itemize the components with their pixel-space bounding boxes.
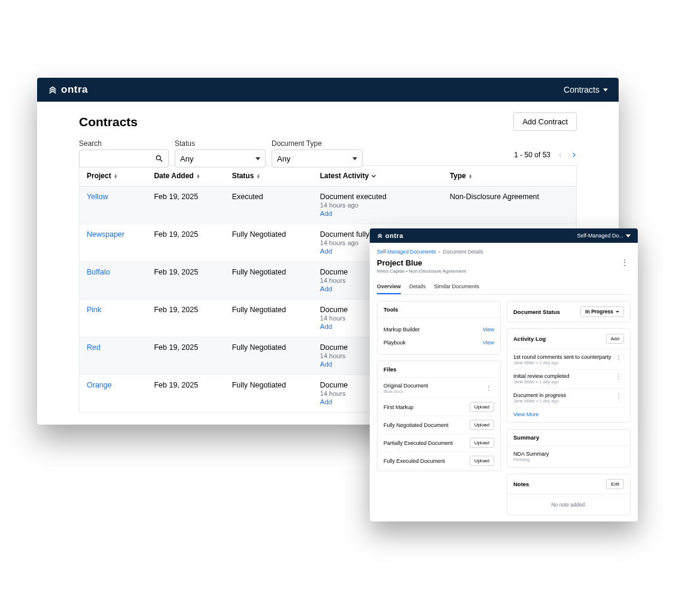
nav-label: Contracts: [564, 85, 599, 94]
tool-label: Playbook: [384, 340, 406, 346]
col-left: Tools Markup BuilderViewPlaybookView Fil…: [377, 301, 501, 515]
logo-icon: [377, 233, 383, 239]
log-sub: Jane Miller • 1 day ago: [513, 398, 566, 404]
detail-header: Project Blue Wred Capital • Non-Disclosu…: [377, 258, 631, 274]
doc-status-select[interactable]: In Progress: [580, 306, 624, 317]
add-contract-button[interactable]: Add Contract: [513, 112, 577, 131]
topbar: ontra Contracts: [37, 78, 619, 102]
nav-self-managed[interactable]: Self-Managed Do...: [577, 233, 631, 239]
sort-icon: ▲▼: [114, 174, 118, 179]
project-link[interactable]: Yellow: [87, 193, 108, 201]
upload-button[interactable]: Upload: [470, 438, 494, 448]
add-activity-link[interactable]: Add: [320, 398, 332, 405]
svg-line-1: [160, 160, 163, 162]
tab-details[interactable]: Details: [409, 280, 426, 294]
file-label: Partially Executed Document: [384, 440, 453, 446]
log-item: Initial review completedJane Miller • 1 …: [513, 370, 624, 389]
col-status[interactable]: Status▲▼: [225, 166, 313, 187]
file-label: Fully Executed Document: [384, 458, 445, 464]
date-cell: Feb 19, 2025: [147, 187, 224, 224]
view-more-link[interactable]: View More: [513, 408, 624, 421]
file-sub: Blue.docx: [384, 389, 428, 394]
nav-contracts[interactable]: Contracts: [564, 85, 608, 94]
project-link[interactable]: Red: [87, 343, 101, 352]
summary-sub: Pending: [513, 457, 624, 462]
search-label: Search: [79, 139, 169, 148]
file-label: Fully Negotiated Document: [384, 422, 449, 428]
sort-icon: ▲▼: [196, 174, 200, 179]
log-kebab[interactable]: ⋮: [613, 354, 624, 361]
prev-page-button[interactable]: [558, 152, 564, 158]
type-cell: Non-Disclosure Agreement: [443, 187, 577, 224]
upload-button[interactable]: Upload: [470, 420, 494, 430]
project-link[interactable]: Pink: [87, 306, 101, 314]
add-activity-link[interactable]: Add: [320, 323, 332, 330]
doctype-select[interactable]: Any: [272, 150, 363, 167]
add-activity-link[interactable]: Add: [320, 248, 332, 255]
status-select[interactable]: Any: [175, 150, 266, 167]
status-cell: Fully Negotiated: [225, 224, 313, 262]
chevron-down-icon: [603, 89, 608, 91]
project-link[interactable]: Orange: [87, 381, 112, 389]
detail-topbar: ontra Self-Managed Do...: [370, 228, 638, 243]
tool-view-link[interactable]: View: [483, 327, 494, 332]
kebab-menu[interactable]: ⋮: [619, 258, 631, 267]
file-row: Original DocumentBlue.docx⋮: [384, 379, 494, 398]
log-kebab[interactable]: ⋮: [613, 373, 624, 380]
search-input[interactable]: [79, 150, 169, 167]
upload-button[interactable]: Upload: [470, 402, 494, 412]
tool-label: Markup Builder: [384, 327, 420, 332]
detail-body: Self-Managed Documents › Document Detail…: [370, 243, 638, 521]
tools-card: Tools Markup BuilderViewPlaybookView: [377, 301, 501, 355]
log-title: 1st round comments sent to counterparty: [513, 354, 611, 360]
tab-similar[interactable]: Similar Documents: [434, 280, 480, 294]
status-cell: Executed: [225, 187, 313, 224]
breadcrumb-root[interactable]: Self-Managed Documents: [377, 249, 436, 255]
upload-button[interactable]: Upload: [470, 456, 494, 466]
notes-body: No note added.: [507, 495, 630, 515]
table-row[interactable]: Yellow Feb 19, 2025 Executed Document ex…: [80, 187, 577, 224]
add-activity-link[interactable]: Add: [320, 285, 332, 292]
log-title: Initial review completed: [513, 373, 570, 379]
col-type[interactable]: Type▲▼: [443, 166, 577, 187]
notes-card: Notes Edit No note added.: [507, 474, 631, 515]
tab-overview[interactable]: Overview: [377, 280, 401, 294]
tool-row: Markup BuilderView: [384, 323, 494, 336]
date-cell: Feb 19, 2025: [147, 262, 224, 300]
doctype-label: Document Type: [272, 139, 363, 148]
file-kebab[interactable]: ⋮: [483, 385, 494, 392]
summary-title: NDA Summary: [513, 451, 624, 457]
chevron-down-icon: [371, 173, 376, 179]
brand-text: ontra: [61, 84, 88, 96]
log-item: 1st round comments sent to counterpartyJ…: [513, 350, 624, 370]
col-project[interactable]: Project▲▼: [80, 166, 147, 187]
log-kebab[interactable]: ⋮: [613, 392, 624, 399]
detail-grid: Tools Markup BuilderViewPlaybookView Fil…: [377, 301, 631, 515]
status-cell: Fully Negotiated: [225, 375, 313, 413]
add-activity-link[interactable]: Add: [320, 361, 332, 368]
log-sub: Jane Miller • 1 day ago: [513, 360, 611, 365]
page-header: Contracts Add Contract: [79, 112, 577, 131]
activity-log-card: Activity Log Add 1st round comments sent…: [507, 328, 631, 423]
file-label: First Markup: [384, 404, 413, 410]
log-item: Document in progressJane Miller • 1 day …: [513, 389, 624, 408]
project-link[interactable]: Newspaper: [87, 230, 124, 239]
date-cell: Feb 19, 2025: [147, 300, 224, 337]
chevron-down-icon: [626, 234, 631, 237]
notes-edit-button[interactable]: Edit: [606, 479, 624, 489]
col-activity[interactable]: Latest Activity: [313, 166, 443, 187]
activity-cell: Document executed14 hours agoAdd: [313, 187, 443, 224]
tabs: Overview Details Similar Documents: [377, 280, 631, 295]
add-activity-link[interactable]: Add: [320, 210, 332, 217]
doc-status-card: Document Status In Progress: [507, 301, 631, 322]
project-link[interactable]: Buffalo: [87, 268, 110, 276]
brand-text: ontra: [385, 232, 403, 239]
page-title: Contracts: [79, 115, 138, 129]
activity-add-button[interactable]: Add: [606, 334, 624, 344]
next-page-button[interactable]: [571, 152, 577, 158]
tool-view-link[interactable]: View: [483, 340, 494, 346]
chevron-down-icon: [616, 311, 619, 313]
col-date[interactable]: Date Added▲▼: [147, 166, 224, 187]
chevron-down-icon: [255, 157, 260, 160]
doctype-value: Any: [277, 154, 290, 163]
